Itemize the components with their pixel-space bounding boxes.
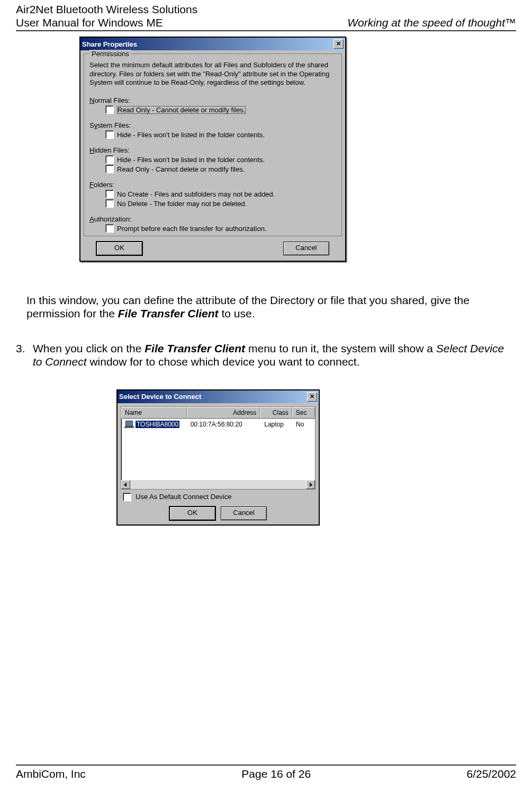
system-files-label: System Files:: [89, 121, 336, 129]
step3-a: When you click on the: [33, 342, 145, 354]
step3-bold: File Transfer Client: [145, 342, 245, 354]
share-titlebar[interactable]: Share Properties ✕: [80, 38, 345, 50]
default-device-label: Use As Default Connect Device: [136, 493, 231, 501]
laptop-icon: [124, 421, 134, 428]
header-left: Air2Net Bluetooth Wireless Solutions Use…: [16, 3, 197, 29]
permissions-group: Permissions Select the minimum default a…: [84, 54, 342, 236]
default-device-row[interactable]: Use As Default Connect Device: [123, 493, 313, 501]
ok-button[interactable]: OK: [96, 242, 142, 255]
normal-readonly-row[interactable]: Read Only - Cannot delete or modify file…: [105, 105, 336, 114]
share-title: Share Properties: [82, 40, 137, 48]
close-icon[interactable]: ✕: [307, 392, 317, 402]
step-3: 3. When you click on the File Transfer C…: [16, 342, 511, 368]
system-hide-row[interactable]: Hide - Files won't be listed in the fold…: [105, 130, 336, 139]
select-device-dialog: Select Device to Connect ✕ Name Address …: [116, 389, 320, 526]
authorization-label: Authorization:: [89, 215, 336, 223]
scroll-right-icon[interactable]: [306, 480, 315, 489]
device-class: Laptop: [261, 420, 293, 429]
header-line1: Air2Net Bluetooth Wireless Solutions: [16, 3, 197, 15]
device-address: 00:10:7A:56:80:20: [187, 420, 262, 429]
checkbox-icon[interactable]: [105, 190, 114, 198]
folders-nodelete-label: No Delete - The folder may not be delete…: [117, 200, 247, 208]
hidden-readonly-row[interactable]: Read Only - Cannot delete or modify file…: [105, 165, 336, 173]
footer-right: 6/25/2002: [467, 768, 516, 780]
col-sec[interactable]: Sec: [292, 407, 315, 419]
cancel-button[interactable]: Cancel: [221, 506, 267, 520]
folders-nocreate-row[interactable]: No Create - Files and subfolders may not…: [105, 190, 336, 198]
system-hide-label: Hide - Files won't be listed in the fold…: [117, 131, 265, 139]
auth-prompt-row[interactable]: Prompt before each file transfer for aut…: [105, 224, 336, 233]
normal-files-label: Normal Files:: [89, 96, 336, 104]
checkbox-icon[interactable]: [105, 224, 114, 233]
select-title: Select Device to Connect: [119, 393, 201, 401]
list-item[interactable]: TOSHIBA8000 00:10:7A:56:80:20 Laptop No: [121, 419, 315, 430]
page-header: Air2Net Bluetooth Wireless Solutions Use…: [16, 3, 516, 31]
select-titlebar[interactable]: Select Device to Connect ✕: [118, 390, 319, 403]
device-sec: No: [293, 420, 315, 429]
folders-label: Folders:: [89, 181, 336, 189]
footer-left: AmbiCom, Inc: [16, 768, 86, 780]
share-properties-dialog: Share Properties ✕ Permissions Select th…: [79, 37, 346, 262]
checkbox-icon[interactable]: [105, 199, 114, 208]
para1-text-b: to use.: [219, 307, 255, 319]
step-text: When you click on the File Transfer Clie…: [33, 342, 511, 368]
checkbox-icon[interactable]: [105, 165, 114, 173]
hidden-readonly-label: Read Only - Cannot delete or modify file…: [117, 165, 245, 173]
hidden-hide-row[interactable]: Hide - Files won't be listed in the fold…: [105, 155, 336, 164]
horizontal-scrollbar[interactable]: [121, 480, 315, 489]
col-name[interactable]: Name: [121, 407, 187, 419]
checkbox-icon[interactable]: [105, 155, 114, 164]
page-footer: AmbiCom, Inc Page 16 of 26 6/25/2002: [16, 765, 516, 780]
permissions-legend: Permissions: [89, 50, 131, 58]
para1-bold: File Transfer Client: [118, 307, 219, 319]
list-header[interactable]: Name Address Class Sec: [121, 407, 315, 419]
scroll-left-icon[interactable]: [121, 480, 130, 489]
footer-center: Page 16 of 26: [241, 768, 311, 780]
hidden-hide-label: Hide - Files won't be listed in the fold…: [117, 156, 265, 164]
paragraph-define-attribute: In this window, you can define the attri…: [26, 294, 511, 320]
folders-nocreate-label: No Create - Files and subfolders may not…: [117, 190, 275, 198]
col-class[interactable]: Class: [260, 407, 292, 419]
checkbox-icon[interactable]: [105, 130, 114, 139]
step-number: 3.: [16, 342, 26, 368]
step3-b: menu to run it, the system will show a: [245, 342, 436, 354]
checkbox-icon[interactable]: [105, 105, 114, 114]
ok-button[interactable]: OK: [169, 506, 215, 520]
normal-readonly-label: Read Only - Cannot delete or modify file…: [117, 106, 246, 114]
header-line2: User Manual for Windows ME: [16, 16, 163, 29]
checkbox-icon[interactable]: [123, 493, 131, 501]
hidden-files-label: Hidden Files:: [89, 146, 336, 154]
permissions-description: Select the minimum default attributes fo…: [89, 61, 336, 87]
step3-c: window for to chose which device you wan…: [87, 355, 360, 368]
header-right: Working at the speed of thought™: [347, 16, 516, 29]
col-address[interactable]: Address: [187, 407, 260, 419]
folders-nodelete-row[interactable]: No Delete - The folder may not be delete…: [105, 199, 336, 208]
device-name: TOSHIBA8000: [136, 421, 179, 428]
device-list[interactable]: Name Address Class Sec TOSHIBA8000 00:10…: [121, 406, 315, 490]
close-icon[interactable]: ✕: [333, 39, 344, 49]
cancel-button[interactable]: Cancel: [283, 242, 329, 255]
auth-prompt-label: Prompt before each file transfer for aut…: [117, 225, 267, 233]
